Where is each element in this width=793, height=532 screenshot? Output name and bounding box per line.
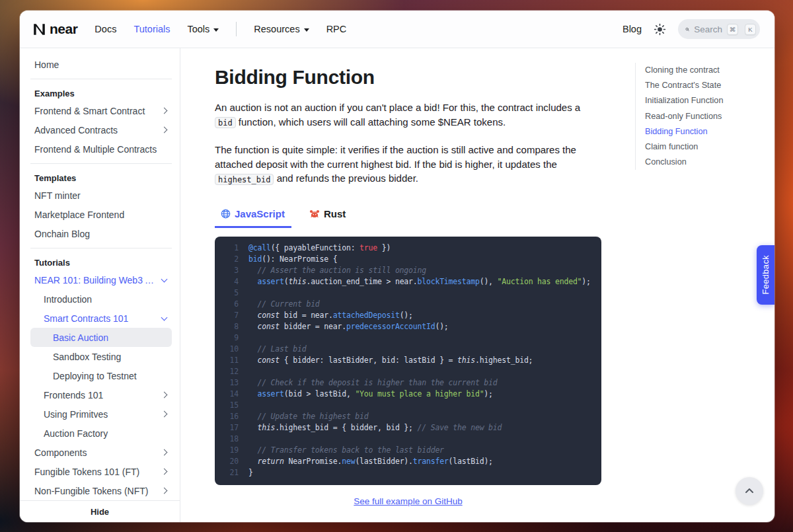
sidebar-item-label: Marketplace Frontend bbox=[34, 209, 167, 220]
line-number: 7 bbox=[215, 310, 239, 321]
sidebar-item-home[interactable]: Home bbox=[30, 55, 172, 74]
toc-item-cloning-the-contract[interactable]: Cloning the contract bbox=[645, 63, 763, 78]
chevron-up-icon bbox=[744, 486, 755, 496]
code-line-content bbox=[239, 400, 248, 411]
tab-label: Rust bbox=[324, 208, 346, 219]
sidebar-item-label: Fungible Tokens 101 (FT) bbox=[34, 467, 157, 477]
github-example-link[interactable]: See full example on GitHub bbox=[215, 496, 601, 506]
toc-item-the-contract-s-state[interactable]: The Contract's State bbox=[645, 78, 763, 93]
browser-window: near DocsTutorialsTools ResourcesRPC Blo… bbox=[20, 11, 774, 522]
code-line: 21} bbox=[215, 467, 601, 478]
code-line: 6 // Current bid bbox=[215, 299, 601, 310]
sidebar-item-introduction[interactable]: Introduction bbox=[30, 289, 172, 309]
sidebar-item-non-fungible-tokens-nft[interactable]: Non-Fungible Tokens (NFT) bbox=[30, 481, 172, 500]
code-line: 2bid(): NearPromise { bbox=[215, 254, 601, 265]
toc-item-read-only-functions[interactable]: Read-only Functions bbox=[645, 109, 763, 124]
toc-item-conclusion[interactable]: Conclusion bbox=[645, 155, 763, 170]
chevron-down-icon bbox=[213, 28, 219, 32]
sidebar-item-nft-minter[interactable]: NFT minter bbox=[30, 186, 172, 205]
kbd-cmd-key: ⌘ bbox=[727, 24, 738, 35]
line-number: 9 bbox=[215, 332, 239, 344]
sidebar-item-deploying-to-testnet[interactable]: Deploying to Testnet bbox=[30, 366, 172, 385]
nav-item-tutorials[interactable]: Tutorials bbox=[133, 24, 170, 34]
sidebar-item-near-101-building-web3-apps[interactable]: NEAR 101: Building Web3 Apps bbox=[30, 270, 172, 289]
sidebar-item-sandbox-testing[interactable]: Sandbox Testing bbox=[30, 347, 172, 366]
tab-rust[interactable]: Rust bbox=[303, 204, 352, 228]
sidebar-item-marketplace-frontend[interactable]: Marketplace Frontend bbox=[30, 205, 172, 224]
near-logo-icon bbox=[33, 23, 46, 36]
code-line: 18 bbox=[215, 434, 601, 445]
line-number: 12 bbox=[215, 366, 239, 377]
scroll-to-top-button[interactable] bbox=[736, 477, 763, 505]
code-line: 3 // Assert the auction is still ongoing bbox=[215, 265, 601, 276]
toc-item-claim-function[interactable]: Claim function bbox=[645, 139, 763, 155]
sidebar-item-label: Frontends 101 bbox=[44, 390, 157, 400]
chevron-down-icon bbox=[161, 314, 168, 321]
sun-icon bbox=[654, 23, 666, 36]
code-line-content: assert(this.auction_end_time > near.bloc… bbox=[239, 276, 591, 287]
line-number: 13 bbox=[215, 377, 239, 389]
near-logo[interactable]: near bbox=[33, 21, 77, 37]
code-line: 9 bbox=[215, 332, 601, 344]
sidebar-item-fungible-tokens-101-ft[interactable]: Fungible Tokens 101 (FT) bbox=[30, 462, 172, 481]
line-number: 14 bbox=[215, 389, 239, 400]
sidebar-item-onchain-blog[interactable]: Onchain Blog bbox=[30, 224, 172, 243]
line-number: 4 bbox=[215, 276, 239, 287]
code-line-content bbox=[239, 366, 248, 377]
code-line: 5 bbox=[215, 287, 601, 299]
sidebar-item-label: NEAR 101: Building Web3 Apps bbox=[34, 275, 157, 285]
sidebar-item-basic-auction[interactable]: Basic Auction bbox=[30, 328, 172, 347]
code-line: 4 assert(this.auction_end_time > near.bl… bbox=[215, 276, 601, 287]
code-line: 11 const { bidder: lastBidder, bid: last… bbox=[215, 355, 601, 366]
code-line-content: // Check if the deposit is higher than t… bbox=[239, 377, 498, 389]
code-line: 16 // Update the highest bid bbox=[215, 411, 601, 422]
code-language-tabs: JavaScriptRust bbox=[215, 204, 601, 228]
nav-item-blog[interactable]: Blog bbox=[623, 24, 642, 34]
sidebar-item-frontend-multiple-contracts[interactable]: Frontend & Multiple Contracts bbox=[30, 139, 172, 159]
globe-icon bbox=[221, 209, 231, 219]
nav-item-docs[interactable]: Docs bbox=[94, 24, 116, 34]
sidebar-divider bbox=[30, 79, 172, 79]
sidebar-item-label: Basic Auction bbox=[53, 332, 167, 343]
paragraph-1: An auction is not an auction if you can'… bbox=[215, 100, 601, 130]
line-number: 2 bbox=[215, 254, 239, 265]
sidebar-item-label: Frontend & Multiple Contracts bbox=[34, 144, 167, 155]
code-line-content bbox=[239, 287, 248, 299]
code-line-content: bid(): NearPromise { bbox=[239, 254, 337, 265]
search-icon bbox=[685, 24, 689, 34]
code-line: 17 this.highest_bid = { bidder, bid }; /… bbox=[215, 422, 601, 434]
main-content: Bidding Function An auction is not an au… bbox=[180, 48, 635, 522]
sidebar-item-label: Non-Fungible Tokens (NFT) bbox=[34, 486, 157, 496]
sidebar-item-smart-contracts-101[interactable]: Smart Contracts 101 bbox=[30, 309, 172, 328]
toc-item-bidding-function[interactable]: Bidding Function bbox=[645, 124, 763, 139]
nav-item-tools[interactable]: Tools bbox=[187, 24, 219, 34]
sidebar-item-advanced-contracts[interactable]: Advanced Contracts bbox=[30, 120, 172, 139]
line-number: 21 bbox=[215, 467, 239, 478]
feedback-button[interactable]: Feedback bbox=[757, 245, 774, 305]
line-number: 5 bbox=[215, 287, 239, 299]
tab-javascript[interactable]: JavaScript bbox=[215, 204, 291, 228]
code-line-content: } bbox=[239, 467, 253, 478]
light-mode-toggle[interactable] bbox=[654, 23, 666, 36]
search-input[interactable]: Search ⌘ K bbox=[678, 19, 760, 39]
nav-item-rpc[interactable]: RPC bbox=[326, 24, 347, 34]
code-line: 7 const bid = near.attachedDeposit(); bbox=[215, 310, 601, 321]
nav-item-resources[interactable]: Resources bbox=[254, 24, 309, 34]
code-line: 1@call({ payableFunction: true }) bbox=[215, 243, 601, 254]
sidebar-item-label: Frontend & Smart Contract bbox=[34, 106, 157, 116]
toc-item-initialization-function[interactable]: Initialization Function bbox=[645, 93, 763, 108]
sidebar-item-frontend-smart-contract[interactable]: Frontend & Smart Contract bbox=[30, 101, 172, 120]
sidebar-hide-button[interactable]: Hide bbox=[20, 500, 180, 522]
sidebar-item-auction-factory[interactable]: Auction Factory bbox=[30, 424, 172, 443]
sidebar-item-frontends-101[interactable]: Frontends 101 bbox=[30, 385, 172, 404]
top-navbar: near DocsTutorialsTools ResourcesRPC Blo… bbox=[20, 11, 774, 48]
sidebar-item-using-primitves[interactable]: Using Primitves bbox=[30, 404, 172, 424]
kbd-k-key: K bbox=[745, 24, 756, 35]
table-of-contents: Cloning the contractThe Contract's State… bbox=[635, 48, 774, 522]
code-line: 15 bbox=[215, 400, 601, 411]
code-line: 8 const bidder = near.predecessorAccount… bbox=[215, 321, 601, 332]
code-line: 19 // Transfer tokens back to the last b… bbox=[215, 445, 601, 456]
sidebar-item-components[interactable]: Components bbox=[30, 443, 172, 462]
sidebar-item-label: Advanced Contracts bbox=[34, 125, 157, 135]
code-block: 1@call({ payableFunction: true })2bid():… bbox=[215, 237, 601, 485]
